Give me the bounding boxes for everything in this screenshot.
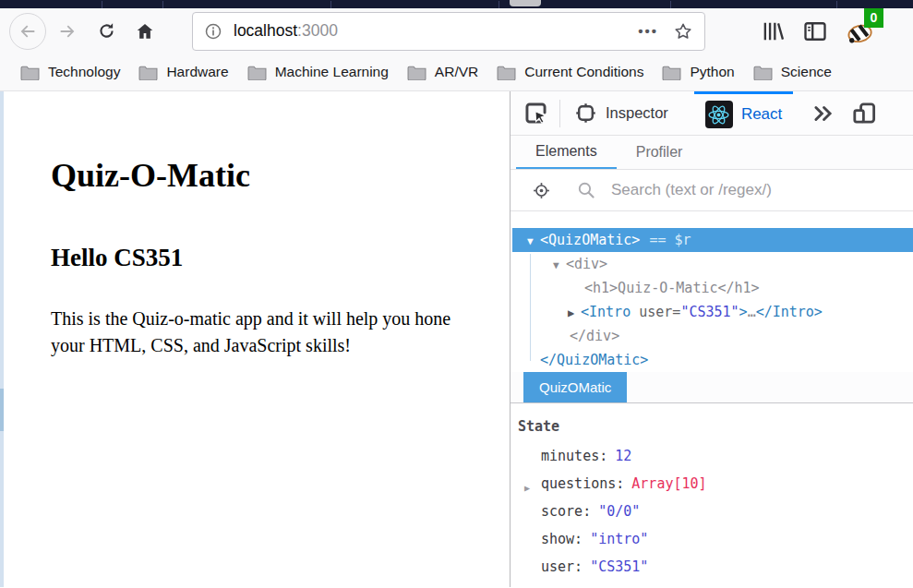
tab-separator: [330, 1, 331, 8]
page-paragraph: This is the Quiz-o-matic app and it will…: [51, 306, 455, 359]
reload-icon: [97, 21, 116, 41]
tab-profiler[interactable]: Profiler: [617, 136, 703, 169]
bookmark-folder-hardware[interactable]: Hardware: [129, 58, 237, 86]
content-area: Quiz-O-Matic Hello CS351 This is the Qui…: [0, 91, 913, 587]
tree-tag: <h1>Quiz-O-Matic</h1>: [584, 280, 760, 296]
back-button[interactable]: [9, 13, 46, 50]
bookmark-label: Machine Learning: [275, 64, 389, 80]
tree-attr-value: "CS351": [680, 304, 739, 320]
folder-icon: [247, 65, 267, 80]
react-devtools-subtabs: Elements Profiler: [511, 136, 913, 170]
pick-element-button[interactable]: [522, 100, 549, 127]
tree-row-quizomatic-close[interactable]: </QuizOMatic>: [511, 348, 913, 372]
tree-component-close: </Intro>: [756, 304, 823, 320]
collapse-arrow-icon[interactable]: ▼: [527, 230, 540, 254]
bookmark-folder-machine-learning[interactable]: Machine Learning: [238, 58, 398, 86]
window-edge-scroll-strip[interactable]: [0, 91, 4, 587]
extension-badge: 0: [864, 8, 883, 28]
url-host: localhost: [234, 21, 297, 40]
tab-separator: [836, 1, 837, 8]
expand-arrow-icon[interactable]: ▶: [524, 479, 530, 497]
state-value[interactable]: "CS351": [590, 558, 648, 575]
tab-separator: [102, 1, 102, 8]
tree-row-h1[interactable]: <h1>Quiz-O-Matic</h1>: [511, 276, 913, 300]
tree-row-div-close[interactable]: </div>: [511, 324, 913, 348]
inspector-tab-label: Inspector: [606, 104, 668, 122]
toolbar-separator: [559, 100, 560, 127]
tree-tag: <div>: [566, 256, 607, 272]
state-value[interactable]: "intro": [590, 531, 648, 547]
page-title: Quiz-O-Matic: [51, 156, 250, 195]
state-value[interactable]: Array[10]: [631, 475, 706, 492]
web-page: Quiz-O-Matic Hello CS351 This is the Qui…: [0, 91, 510, 587]
react-logo-tile: [705, 101, 733, 128]
state-heading: State: [518, 418, 913, 435]
folder-icon: [407, 65, 426, 80]
state-value[interactable]: 12: [615, 448, 631, 464]
url-port: :3000: [297, 21, 338, 40]
state-key: minutes:: [541, 448, 607, 464]
state-key: score:: [541, 503, 591, 520]
react-atom-icon: [707, 103, 730, 126]
sidebar-toggle-icon[interactable]: [801, 18, 829, 44]
home-button[interactable]: [129, 16, 161, 47]
tab-separator: [162, 1, 163, 8]
state-row-questions: ▶questions:Array[10]: [518, 475, 913, 493]
collapse-arrow-icon[interactable]: ▼: [553, 254, 566, 278]
bookmarks-toolbar: Technology Hardware Machine Learning AR/…: [0, 54, 913, 91]
tab-elements[interactable]: Elements: [516, 136, 617, 169]
tree-row-div[interactable]: ▼<div>: [511, 252, 913, 276]
expand-arrow-icon[interactable]: ▶: [568, 301, 581, 325]
bookmark-folder-ar-vr[interactable]: AR/VR: [398, 58, 487, 86]
forward-button[interactable]: [52, 16, 83, 47]
state-panel: State minutes:12 ▶questions:Array[10] sc…: [511, 403, 913, 587]
tab-react[interactable]: React: [694, 91, 793, 136]
tab-inspector[interactable]: Inspector: [571, 91, 672, 135]
bookmark-label: Python: [690, 64, 734, 80]
bookmark-label: Hardware: [166, 64, 228, 80]
folder-icon: [662, 65, 681, 80]
bookmark-folder-technology[interactable]: Technology: [11, 58, 129, 86]
navigation-toolbar: localhost:3000 •••: [0, 8, 913, 54]
bookmark-star-icon[interactable]: [673, 21, 693, 42]
page-subtitle: Hello CS351: [51, 244, 183, 272]
tree-bracket: >: [739, 304, 748, 320]
component-tree: ▼<QuizOMatic>== $r ▼<div> <h1>Quiz-O-Mat…: [511, 211, 913, 372]
folder-icon: [497, 65, 516, 80]
state-key: show:: [541, 531, 583, 547]
search-icon: [576, 180, 596, 200]
responsive-design-mode-icon[interactable]: [852, 101, 877, 126]
toolbar-right-icons: 0: [759, 13, 881, 50]
bookmark-folder-current-conditions[interactable]: Current Conditions: [487, 58, 653, 86]
reload-button[interactable]: [90, 16, 122, 47]
tree-tag: </div>: [570, 328, 619, 344]
search-input[interactable]: [611, 181, 879, 199]
url-bar[interactable]: localhost:3000 •••: [192, 12, 705, 51]
pick-element-icon: [523, 101, 548, 126]
state-value[interactable]: "0/0": [598, 503, 640, 520]
state-row-minutes: minutes:12: [518, 448, 913, 465]
more-tabs-chevron-icon[interactable]: [811, 102, 835, 126]
locate-selected-icon[interactable]: [532, 181, 551, 200]
privacy-badger-extension-button[interactable]: 0: [842, 13, 881, 50]
scroll-thumb[interactable]: [0, 389, 4, 431]
bookmark-folder-science[interactable]: Science: [744, 58, 841, 86]
tree-indent-guide: [530, 254, 531, 361]
state-key: user:: [541, 558, 583, 575]
bookmark-folder-python[interactable]: Python: [653, 58, 743, 86]
active-tab-edge: [510, 0, 541, 6]
state-row-show: show:"intro": [518, 531, 913, 548]
folder-icon: [138, 65, 158, 80]
tab-strip: [0, 0, 913, 8]
site-info-icon[interactable]: [204, 22, 222, 41]
page-actions-button[interactable]: •••: [638, 23, 658, 39]
devtools-panel: Inspector React: [510, 91, 913, 587]
breadcrumb-selected-component[interactable]: QuizOMatic: [523, 372, 627, 402]
folder-icon: [753, 65, 773, 80]
tree-component-open: <Intro: [581, 304, 631, 320]
back-arrow-icon: [18, 21, 38, 42]
tree-row-intro[interactable]: ▶<Intro user="CS351">…</Intro>: [511, 300, 913, 324]
tree-tag: </QuizOMatic>: [540, 352, 648, 368]
tree-row-quizomatic[interactable]: ▼<QuizOMatic>== $r: [512, 228, 913, 252]
library-icon[interactable]: [759, 18, 787, 44]
